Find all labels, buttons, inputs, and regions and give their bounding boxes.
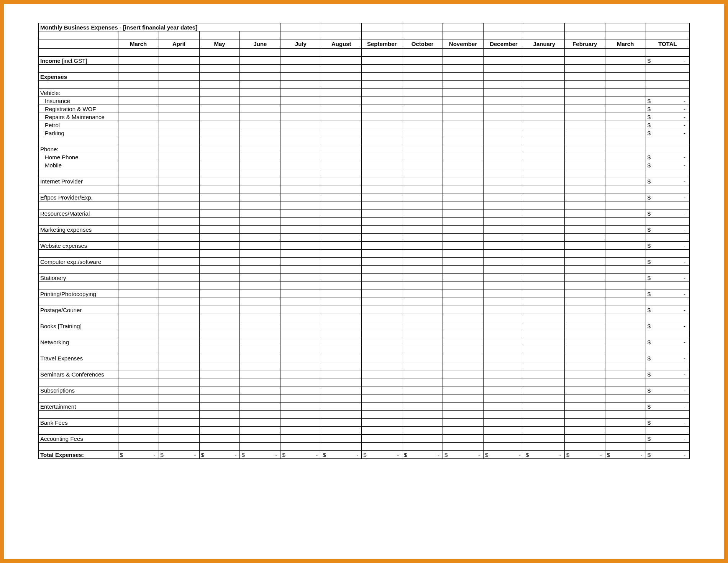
item-cell-7[interactable]: [402, 290, 443, 298]
item-cell-9[interactable]: [483, 370, 524, 378]
item-cell-1[interactable]: [159, 193, 199, 201]
item-cell-1[interactable]: [159, 370, 199, 378]
item-cell-3[interactable]: [240, 226, 280, 234]
item-cell-4[interactable]: [280, 258, 321, 266]
item-cell-1[interactable]: [159, 290, 199, 298]
item-cell-1[interactable]: [159, 226, 199, 234]
item-cell-9[interactable]: [483, 153, 524, 161]
item-cell-7[interactable]: [402, 435, 443, 443]
item-total[interactable]: $-: [646, 105, 689, 113]
item-cell-6[interactable]: [362, 161, 402, 169]
item-cell-7[interactable]: [402, 105, 443, 113]
item-cell-8[interactable]: [443, 338, 484, 346]
item-cell-5[interactable]: [321, 322, 362, 330]
item-cell-12[interactable]: [605, 153, 646, 161]
item-cell-1[interactable]: [159, 161, 199, 169]
total-expenses-month-2[interactable]: $-: [199, 451, 240, 459]
item-cell-0[interactable]: [118, 258, 159, 266]
item-cell-0[interactable]: [118, 113, 159, 121]
item-cell-5[interactable]: [321, 435, 362, 443]
item-cell-0[interactable]: [118, 105, 159, 113]
item-cell-2[interactable]: [199, 97, 240, 105]
item-cell-2[interactable]: [199, 274, 240, 282]
income-cell-12[interactable]: [605, 57, 646, 65]
item-cell-12[interactable]: [605, 105, 646, 113]
item-cell-12[interactable]: [605, 209, 646, 218]
item-cell-9[interactable]: [483, 242, 524, 250]
item-cell-11[interactable]: [564, 242, 605, 250]
item-cell-1[interactable]: [159, 403, 199, 411]
item-cell-3[interactable]: [240, 177, 280, 185]
item-cell-7[interactable]: [402, 306, 443, 314]
item-cell-2[interactable]: [199, 105, 240, 113]
item-cell-11[interactable]: [564, 403, 605, 411]
item-cell-10[interactable]: [524, 113, 564, 121]
item-cell-4[interactable]: [280, 226, 321, 234]
item-cell-3[interactable]: [240, 193, 280, 201]
item-cell-5[interactable]: [321, 113, 362, 121]
item-cell-6[interactable]: [362, 121, 402, 129]
item-cell-4[interactable]: [280, 209, 321, 218]
item-cell-12[interactable]: [605, 419, 646, 427]
item-cell-10[interactable]: [524, 177, 564, 185]
item-cell-10[interactable]: [524, 338, 564, 346]
item-cell-4[interactable]: [280, 322, 321, 330]
item-cell-2[interactable]: [199, 177, 240, 185]
item-cell-7[interactable]: [402, 153, 443, 161]
item-cell-11[interactable]: [564, 113, 605, 121]
item-cell-11[interactable]: [564, 386, 605, 394]
total-expenses-month-11[interactable]: $-: [564, 451, 605, 459]
item-total[interactable]: $-: [646, 129, 689, 137]
item-cell-8[interactable]: [443, 226, 484, 234]
item-cell-3[interactable]: [240, 97, 280, 105]
item-cell-3[interactable]: [240, 258, 280, 266]
item-cell-4[interactable]: [280, 121, 321, 129]
item-cell-10[interactable]: [524, 129, 564, 137]
item-cell-0[interactable]: [118, 153, 159, 161]
item-cell-12[interactable]: [605, 121, 646, 129]
item-cell-11[interactable]: [564, 419, 605, 427]
item-cell-3[interactable]: [240, 419, 280, 427]
item-cell-10[interactable]: [524, 370, 564, 378]
item-cell-12[interactable]: [605, 435, 646, 443]
item-cell-8[interactable]: [443, 97, 484, 105]
item-cell-6[interactable]: [362, 419, 402, 427]
item-cell-5[interactable]: [321, 354, 362, 362]
item-cell-3[interactable]: [240, 113, 280, 121]
total-expenses-month-6[interactable]: $-: [362, 451, 402, 459]
item-total[interactable]: $-: [646, 153, 689, 161]
item-total[interactable]: $-: [646, 322, 689, 330]
item-cell-7[interactable]: [402, 242, 443, 250]
item-cell-12[interactable]: [605, 306, 646, 314]
item-cell-5[interactable]: [321, 161, 362, 169]
item-cell-2[interactable]: [199, 403, 240, 411]
item-cell-11[interactable]: [564, 161, 605, 169]
item-cell-5[interactable]: [321, 338, 362, 346]
item-total[interactable]: $-: [646, 403, 689, 411]
item-cell-6[interactable]: [362, 177, 402, 185]
item-cell-3[interactable]: [240, 290, 280, 298]
item-cell-7[interactable]: [402, 161, 443, 169]
item-cell-5[interactable]: [321, 258, 362, 266]
item-cell-9[interactable]: [483, 322, 524, 330]
item-cell-12[interactable]: [605, 354, 646, 362]
item-cell-3[interactable]: [240, 161, 280, 169]
item-cell-10[interactable]: [524, 419, 564, 427]
item-cell-4[interactable]: [280, 306, 321, 314]
item-cell-5[interactable]: [321, 419, 362, 427]
item-cell-5[interactable]: [321, 209, 362, 218]
item-cell-11[interactable]: [564, 274, 605, 282]
item-cell-10[interactable]: [524, 290, 564, 298]
item-cell-4[interactable]: [280, 97, 321, 105]
item-cell-10[interactable]: [524, 386, 564, 394]
item-cell-11[interactable]: [564, 97, 605, 105]
item-cell-6[interactable]: [362, 226, 402, 234]
item-cell-7[interactable]: [402, 193, 443, 201]
total-expenses-month-0[interactable]: $-: [118, 451, 159, 459]
item-cell-11[interactable]: [564, 105, 605, 113]
item-cell-11[interactable]: [564, 121, 605, 129]
item-cell-6[interactable]: [362, 153, 402, 161]
item-cell-3[interactable]: [240, 306, 280, 314]
item-cell-1[interactable]: [159, 419, 199, 427]
item-cell-3[interactable]: [240, 435, 280, 443]
